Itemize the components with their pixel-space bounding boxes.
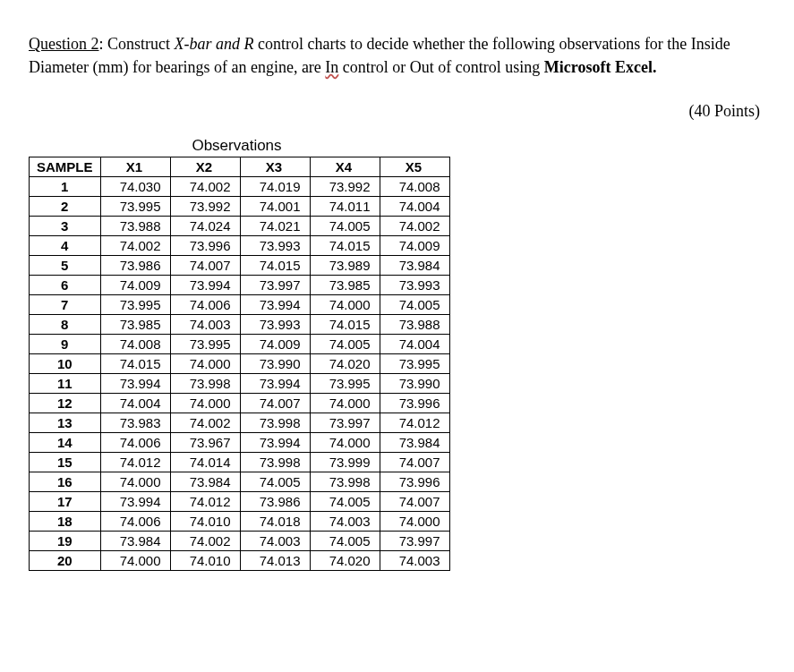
question-text-part1: : Construct (99, 35, 175, 53)
cell-x1: 73.986 (100, 256, 170, 276)
table-row: 1773.99474.01273.98674.00574.007 (30, 492, 450, 512)
cell-sample: 14 (30, 433, 101, 453)
cell-x1: 74.008 (100, 335, 170, 354)
cell-sample: 20 (30, 551, 101, 571)
cell-x3: 74.019 (240, 177, 310, 197)
cell-x5: 73.996 (380, 472, 449, 492)
cell-x1: 73.985 (100, 315, 170, 335)
cell-x3: 74.013 (240, 551, 310, 571)
question-italic-xbar-r: X-bar and R (175, 35, 254, 53)
cell-x5: 74.000 (380, 512, 449, 532)
cell-sample: 16 (30, 472, 101, 492)
cell-x2: 74.000 (170, 394, 240, 413)
cell-x5: 73.984 (380, 433, 449, 453)
header-x1: X1 (100, 157, 170, 177)
cell-x3: 73.993 (240, 236, 310, 256)
cell-x4: 73.995 (310, 374, 380, 394)
cell-x3: 74.009 (240, 335, 310, 354)
cell-x2: 74.012 (170, 492, 240, 512)
cell-x2: 74.024 (170, 217, 240, 236)
table-row: 1074.01574.00073.99074.02073.995 (30, 354, 450, 374)
cell-x1: 73.994 (100, 374, 170, 394)
cell-x3: 74.018 (240, 512, 310, 532)
question-text: Question 2: Construct X-bar and R contro… (29, 32, 765, 79)
table-row: 873.98574.00373.99374.01573.988 (30, 315, 450, 335)
cell-x2: 74.000 (170, 354, 240, 374)
cell-x5: 74.012 (380, 413, 449, 433)
cell-sample: 5 (30, 256, 101, 276)
cell-sample: 15 (30, 453, 101, 472)
cell-sample: 4 (30, 236, 101, 256)
cell-x4: 74.011 (310, 197, 380, 217)
question-in-word: In (325, 58, 338, 76)
observations-title: Observations (29, 137, 445, 155)
cell-x4: 74.020 (310, 354, 380, 374)
question-text-part3: control or Out of control using (338, 58, 543, 76)
cell-x2: 73.994 (170, 276, 240, 295)
cell-x4: 74.005 (310, 492, 380, 512)
header-x3: X3 (240, 157, 310, 177)
cell-x3: 73.998 (240, 413, 310, 433)
cell-x5: 73.995 (380, 354, 449, 374)
cell-x4: 73.985 (310, 276, 380, 295)
table-row: 974.00873.99574.00974.00574.004 (30, 335, 450, 354)
cell-x2: 74.006 (170, 295, 240, 315)
question-bold-excel: Microsoft Excel. (544, 58, 657, 76)
table-body: 174.03074.00274.01973.99274.008273.99573… (30, 177, 450, 571)
table-row: 1474.00673.96773.99474.00073.984 (30, 433, 450, 453)
cell-x3: 73.986 (240, 492, 310, 512)
cell-x3: 73.994 (240, 295, 310, 315)
table-row: 573.98674.00774.01573.98973.984 (30, 256, 450, 276)
cell-x5: 73.984 (380, 256, 449, 276)
cell-x1: 74.000 (100, 551, 170, 571)
table-row: 1173.99473.99873.99473.99573.990 (30, 374, 450, 394)
cell-x2: 74.010 (170, 512, 240, 532)
cell-x1: 74.004 (100, 394, 170, 413)
cell-x1: 73.994 (100, 492, 170, 512)
header-x2: X2 (170, 157, 240, 177)
header-x5: X5 (380, 157, 449, 177)
cell-x5: 73.997 (380, 532, 449, 551)
cell-x1: 74.030 (100, 177, 170, 197)
cell-sample: 18 (30, 512, 101, 532)
cell-x1: 73.983 (100, 413, 170, 433)
cell-x5: 74.007 (380, 492, 449, 512)
cell-x4: 74.003 (310, 512, 380, 532)
cell-x3: 73.997 (240, 276, 310, 295)
cell-x2: 74.003 (170, 315, 240, 335)
table-row: 1674.00073.98474.00573.99873.996 (30, 472, 450, 492)
cell-x4: 73.997 (310, 413, 380, 433)
cell-x4: 73.999 (310, 453, 380, 472)
cell-x2: 74.014 (170, 453, 240, 472)
cell-x3: 73.998 (240, 453, 310, 472)
cell-x1: 74.006 (100, 512, 170, 532)
cell-x5: 74.008 (380, 177, 449, 197)
cell-x3: 73.994 (240, 433, 310, 453)
table-row: 474.00273.99673.99374.01574.009 (30, 236, 450, 256)
points-label: (40 Points) (29, 102, 765, 121)
cell-x4: 74.015 (310, 236, 380, 256)
cell-x5: 74.002 (380, 217, 449, 236)
cell-sample: 19 (30, 532, 101, 551)
cell-x5: 74.007 (380, 453, 449, 472)
table-row: 1373.98374.00273.99873.99774.012 (30, 413, 450, 433)
cell-sample: 6 (30, 276, 101, 295)
cell-x5: 74.004 (380, 197, 449, 217)
table-row: 1973.98474.00274.00374.00573.997 (30, 532, 450, 551)
cell-x4: 74.020 (310, 551, 380, 571)
cell-x4: 74.000 (310, 394, 380, 413)
cell-sample: 12 (30, 394, 101, 413)
header-sample: SAMPLE (30, 157, 101, 177)
cell-x2: 74.010 (170, 551, 240, 571)
cell-sample: 11 (30, 374, 101, 394)
table-row: 674.00973.99473.99773.98573.993 (30, 276, 450, 295)
cell-sample: 7 (30, 295, 101, 315)
header-x4: X4 (310, 157, 380, 177)
cell-x1: 73.995 (100, 295, 170, 315)
cell-x1: 74.009 (100, 276, 170, 295)
cell-x4: 74.005 (310, 335, 380, 354)
cell-x3: 74.021 (240, 217, 310, 236)
cell-x2: 74.007 (170, 256, 240, 276)
cell-x5: 73.993 (380, 276, 449, 295)
cell-x2: 73.984 (170, 472, 240, 492)
